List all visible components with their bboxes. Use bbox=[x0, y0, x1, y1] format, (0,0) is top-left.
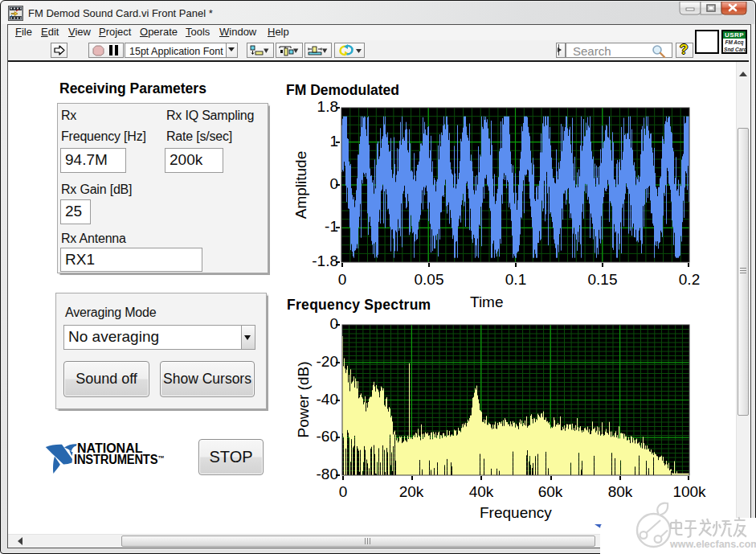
svg-text:www.elecfans.com: www.elecfans.com bbox=[669, 539, 756, 550]
